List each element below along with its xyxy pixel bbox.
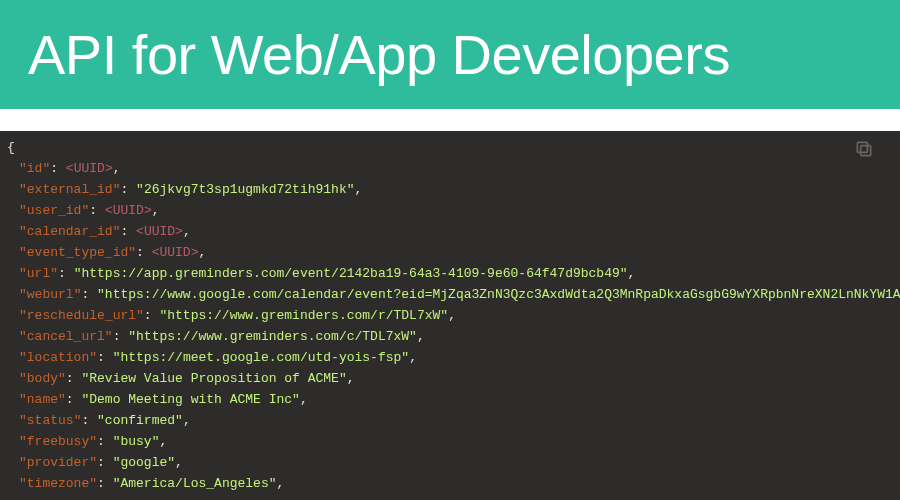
json-line-freebusy: freebusy: busy, <box>7 431 893 452</box>
json-line-reschedule-url: reschedule_url: https://www.greminders.c… <box>7 305 893 326</box>
json-line-url: url: https://app.greminders.com/event/21… <box>7 263 893 284</box>
json-line-status: status: confirmed, <box>7 410 893 431</box>
page-title: API for Web/App Developers <box>28 22 872 87</box>
json-line-timezone: timezone: America/Los_Angeles, <box>7 473 893 494</box>
json-line-user-id: user_id: UUID, <box>7 200 893 221</box>
json-line-external-id: external_id: 26jkvg7t3sp1ugmkd72tih91hk, <box>7 179 893 200</box>
json-line-body: body: Review Value Proposition of ACME, <box>7 368 893 389</box>
json-line-cancel-url: cancel_url: https://www.greminders.com/c… <box>7 326 893 347</box>
json-line-calendar-id: calendar_id: UUID, <box>7 221 893 242</box>
json-line-weburl: weburl: https://www.google.com/calendar/… <box>7 284 893 305</box>
json-line-location: location: https://meet.google.com/utd-yo… <box>7 347 893 368</box>
json-open-brace: { <box>7 137 893 158</box>
json-line-provider: provider: google, <box>7 452 893 473</box>
copy-icon[interactable] <box>854 139 874 159</box>
json-line-event-type-id: event_type_id: UUID, <box>7 242 893 263</box>
json-line-id: id: UUID, <box>7 158 893 179</box>
code-block: { id: UUID, external_id: 26jkvg7t3sp1ugm… <box>0 131 900 500</box>
header-banner: API for Web/App Developers <box>0 0 900 109</box>
svg-rect-1 <box>857 142 867 152</box>
svg-rect-0 <box>861 146 871 156</box>
json-line-name: name: Demo Meeting with ACME Inc, <box>7 389 893 410</box>
